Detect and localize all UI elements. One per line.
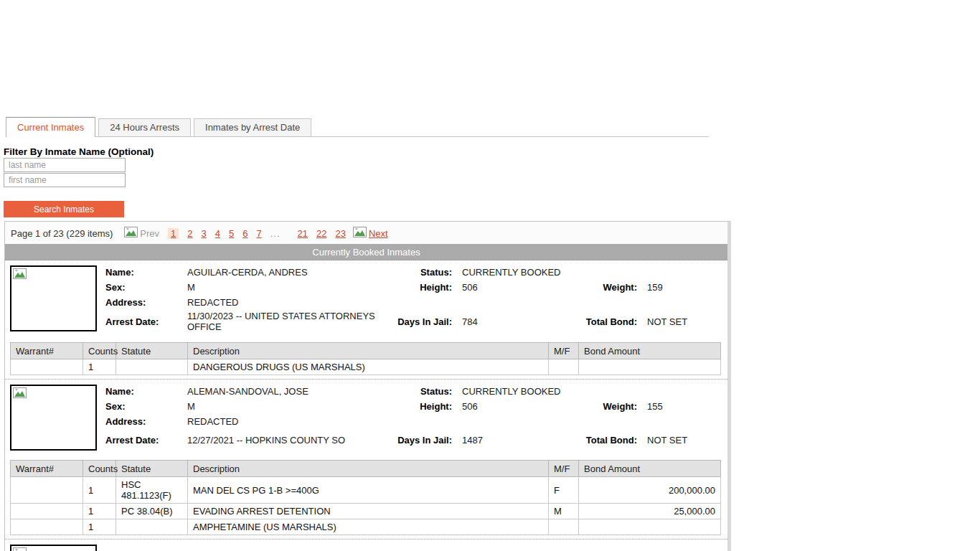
arrest-date-label: Arrest Date: <box>105 429 187 451</box>
description-cell: DANGEROUS DRUGS (US MARSHALS) <box>188 359 549 375</box>
arrest-date-label: Arrest Date: <box>105 310 187 333</box>
col-warrant: Warrant# <box>11 461 83 477</box>
col-mf: M/F <box>549 461 579 477</box>
spacer <box>647 265 720 280</box>
spacer <box>392 414 462 429</box>
statute-cell <box>116 359 188 375</box>
weight-label: Weight: <box>585 280 647 295</box>
inmate-record: Name: ANDERSON, FREEON D.W. Status: CURR… <box>5 539 727 551</box>
page-link[interactable]: 21 <box>298 228 308 239</box>
status-value: CURRENTLY BOOKED <box>462 544 585 551</box>
name-value: ALEMAN-SANDOVAL, JOSE <box>187 384 392 399</box>
warrant-cell <box>11 519 83 535</box>
page-link[interactable]: 22 <box>316 228 326 239</box>
next-page-link[interactable]: Next <box>353 227 388 240</box>
inmate-fields: Name: ALEMAN-SANDOVAL, JOSE Status: CURR… <box>105 384 720 451</box>
inmate-fields: Name: ANDERSON, FREEON D.W. Status: CURR… <box>105 544 720 551</box>
inmate-record: Name: AGUILAR-CERDA, ANDRES Status: CURR… <box>5 260 727 339</box>
address-value: REDACTED <box>187 414 392 429</box>
bond-cell <box>579 519 721 535</box>
spacer <box>647 414 720 429</box>
page-link[interactable]: 6 <box>242 228 248 239</box>
page-link[interactable]: 7 <box>257 228 262 239</box>
address-value: REDACTED <box>187 295 392 310</box>
col-statute: Statute <box>116 461 188 477</box>
counts-cell: 1 <box>83 504 116 519</box>
inmate-fields: Name: AGUILAR-CERDA, ANDRES Status: CURR… <box>105 265 720 333</box>
spacer <box>585 295 647 310</box>
warrant-cell <box>11 477 83 504</box>
first-name-input[interactable] <box>4 173 126 187</box>
sex-label: Sex: <box>105 399 187 414</box>
mf-cell <box>549 519 579 535</box>
height-label: Height: <box>392 399 462 414</box>
search-inmates-button[interactable]: Search Inmates <box>4 201 124 217</box>
last-name-input[interactable] <box>4 158 126 172</box>
charge-row: 1 PC 38.04(B) EVADING ARREST DETENTION M… <box>11 504 721 519</box>
grid-title-bar: Currently Booked Inmates <box>5 244 727 260</box>
days-in-jail-label: Days In Jail: <box>392 310 462 333</box>
page-link[interactable]: 2 <box>187 228 192 239</box>
page-link[interactable]: 4 <box>215 228 220 239</box>
name-label: Name: <box>105 384 187 399</box>
broken-image-icon <box>13 547 27 551</box>
pagination-summary: Page 1 of 23 (229 items) <box>11 228 113 239</box>
sex-label: Sex: <box>105 280 187 295</box>
tab-24-hours-arrests[interactable]: 24 Hours Arrests <box>98 118 191 136</box>
charges-table: Warrant# Counts Statute Description M/F … <box>10 460 721 535</box>
days-in-jail-label: Days In Jail: <box>392 429 462 451</box>
tab-current-inmates[interactable]: Current Inmates <box>6 117 95 137</box>
inmate-photo <box>10 385 97 451</box>
bond-cell <box>579 359 721 375</box>
description-cell: MAN DEL CS PG 1-B >=400G <box>188 477 549 504</box>
inmates-grid-panel: Page 1 of 23 (229 items) Prev 1 2 3 4 5 … <box>4 221 731 551</box>
tab-strip: Current Inmates 24 Hours Arrests Inmates… <box>6 117 709 137</box>
tab-inmates-by-arrest-date[interactable]: Inmates by Arrest Date <box>194 118 311 136</box>
counts-cell: 1 <box>83 359 116 375</box>
description-cell: AMPHETAMINE (US MARSHALS) <box>188 519 549 535</box>
col-bond-amount: Bond Amount <box>579 343 721 359</box>
height-value: 506 <box>462 399 585 414</box>
col-warrant: Warrant# <box>11 343 83 359</box>
inmate-photo <box>10 545 97 551</box>
spacer <box>585 384 647 399</box>
page-link-current[interactable]: 1 <box>168 228 179 239</box>
prev-label: Prev <box>140 228 159 239</box>
days-in-jail-value: 1487 <box>462 429 585 451</box>
spacer <box>462 295 585 310</box>
col-bond-amount: Bond Amount <box>579 461 721 477</box>
filter-title: Filter By Inmate Name (Optional) <box>4 146 154 157</box>
broken-image-icon <box>13 268 27 282</box>
page-link[interactable]: 5 <box>229 228 234 239</box>
sex-value: M <box>187 280 392 295</box>
warrant-cell <box>11 504 83 519</box>
statute-cell <box>116 519 188 535</box>
address-label: Address: <box>105 295 187 310</box>
page-link[interactable]: 23 <box>336 228 346 239</box>
warrant-cell <box>11 359 83 375</box>
spacer <box>647 544 720 551</box>
weight-value: 159 <box>647 280 720 295</box>
charge-row: 1 DANGEROUS DRUGS (US MARSHALS) <box>11 359 721 375</box>
arrest-date-value: 11/30/2023 -- UNITED STATES ATTORNEYS OF… <box>187 310 392 333</box>
height-value: 506 <box>462 280 585 295</box>
name-label: Name: <box>105 265 187 280</box>
col-mf: M/F <box>549 343 579 359</box>
page-link[interactable]: 3 <box>202 228 207 239</box>
mf-cell: F <box>549 477 579 504</box>
total-bond-label: Total Bond: <box>585 310 647 333</box>
total-bond-value: NOT SET <box>647 310 720 333</box>
broken-image-icon <box>353 227 367 240</box>
name-value: ANDERSON, FREEON D.W. <box>187 544 392 551</box>
total-bond-value: NOT SET <box>647 429 720 451</box>
next-label: Next <box>369 228 388 239</box>
status-label: Status: <box>392 265 462 280</box>
col-statute: Statute <box>116 343 188 359</box>
jail-roster-page: Current Inmates 24 Hours Arrests Inmates… <box>0 0 980 551</box>
bond-cell: 25,000.00 <box>579 504 721 519</box>
sex-value: M <box>187 399 392 414</box>
prev-page-link[interactable]: Prev <box>124 227 159 240</box>
statute-cell: PC 38.04(B) <box>116 504 188 519</box>
charge-row: 1 AMPHETAMINE (US MARSHALS) <box>11 519 721 535</box>
broken-image-icon <box>124 227 138 240</box>
